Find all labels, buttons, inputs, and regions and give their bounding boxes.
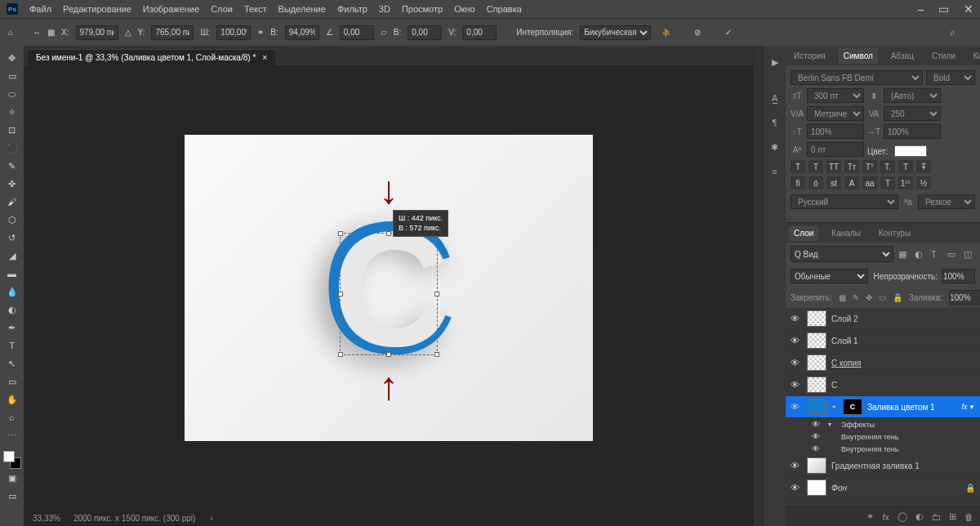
- document-tab[interactable]: Без имени-1 @ 33,3% (Заливка цветом 1, С…: [28, 49, 275, 65]
- menu-edit[interactable]: Редактирование: [63, 4, 131, 14]
- layer-item[interactable]: 👁 Слой 1: [786, 330, 980, 352]
- lock-all-icon[interactable]: 🔒: [893, 293, 902, 302]
- layer-item[interactable]: 👁 Градиентная заливка 1: [786, 455, 980, 477]
- history-brush-tool[interactable]: ↺: [2, 229, 22, 247]
- lang-select[interactable]: Русский: [791, 194, 898, 209]
- fill-thumb[interactable]: [807, 457, 826, 474]
- screen-mode-icon[interactable]: ▭: [2, 487, 22, 505]
- lasso-tool[interactable]: ⬭: [2, 85, 22, 103]
- effects-header[interactable]: 👁 ▾ Эффекты: [786, 418, 980, 430]
- visibility-icon[interactable]: 👁: [812, 432, 823, 441]
- doc-info[interactable]: 2000 пикс. x 1500 пикс. (300 ppi): [74, 514, 195, 523]
- font-size-select[interactable]: 300 пт: [807, 88, 864, 103]
- foreground-color-swatch[interactable]: [3, 451, 15, 462]
- discretionary-btn[interactable]: st: [826, 176, 841, 189]
- pen-tool[interactable]: ✒: [2, 319, 22, 337]
- delete-icon[interactable]: 🗑: [964, 512, 973, 522]
- italic-btn[interactable]: T: [808, 160, 823, 173]
- mask-mode-icon[interactable]: ▣: [2, 469, 22, 487]
- handle-ml[interactable]: [338, 292, 343, 296]
- filter-text-icon[interactable]: T: [931, 249, 942, 259]
- reference-point-icon[interactable]: ▦: [47, 24, 55, 42]
- smallcaps-btn[interactable]: Tт: [844, 160, 859, 173]
- collapse-icon[interactable]: ▾: [828, 421, 836, 428]
- tab-character[interactable]: Символ: [839, 48, 878, 64]
- paragraph-panel-icon[interactable]: ¶: [767, 114, 783, 131]
- layer-item[interactable]: 👁 С копия: [786, 352, 980, 374]
- visibility-icon[interactable]: 👁: [812, 444, 823, 453]
- handle-bl[interactable]: [338, 352, 343, 357]
- visibility-icon[interactable]: 👁: [791, 402, 802, 412]
- handle-tl[interactable]: [338, 231, 343, 236]
- lock-transparency-icon[interactable]: ▦: [839, 293, 846, 302]
- tracking-select[interactable]: 250: [884, 106, 941, 121]
- doc-info-caret[interactable]: ›: [210, 514, 212, 523]
- font-style-select[interactable]: Bold: [926, 70, 975, 85]
- home-icon[interactable]: ⌂: [8, 24, 13, 42]
- aa-select[interactable]: Резкое: [918, 194, 975, 209]
- y-input[interactable]: [151, 25, 194, 40]
- visibility-icon[interactable]: 👁: [791, 314, 802, 323]
- handle-bm[interactable]: [386, 352, 391, 357]
- menu-text[interactable]: Текст: [244, 4, 267, 14]
- underline-btn[interactable]: T: [898, 160, 913, 173]
- fx-badge[interactable]: fx ▾: [961, 403, 975, 411]
- effect-item[interactable]: 👁 Внутренняя тень: [786, 430, 980, 443]
- new-layer-icon[interactable]: ⊞: [949, 511, 956, 522]
- canvas[interactable]: C C ↓ ↑ Ш : 442 пикс. В : 572 пикс.: [185, 135, 593, 441]
- layer-name[interactable]: Заливка цветом 1: [867, 403, 956, 412]
- lock-artboard-icon[interactable]: ▭: [879, 293, 886, 302]
- blur-tool[interactable]: 💧: [2, 283, 22, 301]
- arrange-icon[interactable]: ▭: [974, 24, 980, 42]
- layer-name[interactable]: С копия: [831, 359, 975, 368]
- menu-filter[interactable]: Фильтр: [337, 4, 368, 14]
- dodge-tool[interactable]: ◐: [2, 301, 22, 319]
- transform-icon[interactable]: ↔: [33, 24, 41, 42]
- tab-layers[interactable]: Слои: [789, 225, 818, 241]
- handle-br[interactable]: [434, 352, 439, 357]
- lock-pixels-icon[interactable]: ✎: [853, 293, 859, 302]
- wand-tool[interactable]: ✧: [2, 103, 22, 121]
- kerning-select[interactable]: Метрически: [807, 106, 864, 121]
- link-layers-icon[interactable]: ⚭: [866, 511, 874, 522]
- character-panel-icon[interactable]: A̲: [767, 90, 783, 106]
- layer-thumb[interactable]: [807, 377, 826, 393]
- effect-item[interactable]: 👁 Внутренняя тень: [786, 443, 980, 455]
- maximize-icon[interactable]: ▭: [938, 2, 949, 16]
- filter-shape-icon[interactable]: ▭: [947, 249, 959, 260]
- tab-paragraph[interactable]: Абзац: [886, 48, 919, 64]
- lock-icon[interactable]: 🔒: [965, 484, 975, 493]
- link-mask-icon[interactable]: ⚭: [831, 403, 838, 411]
- layer-name[interactable]: Слой 1: [831, 337, 975, 345]
- shape-tool[interactable]: ▭: [2, 372, 22, 390]
- subscript-btn[interactable]: T.: [880, 160, 895, 173]
- mask-thumb[interactable]: C: [843, 399, 862, 415]
- heal-tool[interactable]: ✜: [2, 175, 22, 193]
- delta-icon[interactable]: △: [125, 24, 131, 42]
- menu-select[interactable]: Выделение: [278, 4, 326, 14]
- move-tool[interactable]: ✥: [2, 49, 22, 67]
- font-family-select[interactable]: Berlin Sans FB Demi: [791, 70, 923, 85]
- tab-paths[interactable]: Контуры: [874, 225, 915, 241]
- layer-item-background[interactable]: 👁 Фон 🔒: [786, 477, 980, 499]
- fraction-btn[interactable]: ½: [916, 176, 931, 189]
- contextual-btn[interactable]: ó: [808, 176, 823, 189]
- visibility-icon[interactable]: 👁: [791, 483, 802, 493]
- tab-history[interactable]: История: [789, 48, 831, 64]
- gradient-tool[interactable]: ▬: [2, 265, 22, 283]
- more-tools-icon[interactable]: ⋯: [2, 426, 22, 444]
- expand-panels-gutter[interactable]: [753, 46, 763, 526]
- layer-item-selected[interactable]: 👁 ⚭ C Заливка цветом 1 fx ▾: [786, 396, 980, 418]
- frame-tool[interactable]: ⬛: [2, 139, 22, 157]
- close-tab-icon[interactable]: ×: [262, 53, 267, 62]
- play-icon[interactable]: ▶: [767, 54, 783, 70]
- menu-view[interactable]: Просмотр: [402, 4, 443, 14]
- search-icon[interactable]: ⌕: [943, 24, 961, 42]
- eraser-tool[interactable]: ◢: [2, 247, 22, 265]
- type-tool[interactable]: T: [2, 337, 22, 354]
- layer-filter-select[interactable]: Q Вид: [791, 246, 893, 262]
- tab-adjustments[interactable]: Коррекция: [969, 48, 980, 64]
- minimize-icon[interactable]: –: [917, 2, 924, 16]
- link-icon[interactable]: ⚭: [257, 24, 264, 42]
- layer-name[interactable]: Фон: [831, 484, 960, 493]
